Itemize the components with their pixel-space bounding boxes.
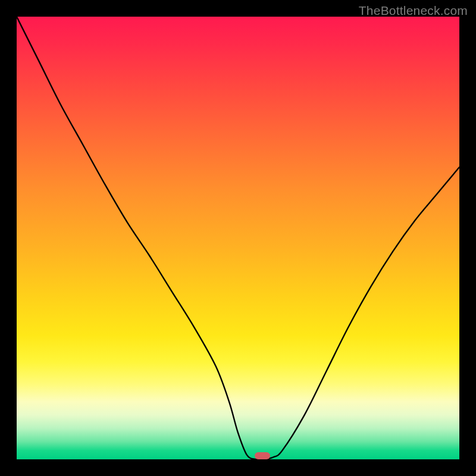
plot-area [17, 17, 459, 459]
optimum-marker [255, 452, 270, 459]
bottleneck-curve-path [17, 17, 459, 459]
chart-frame: TheBottleneck.com [0, 0, 476, 476]
watermark-text: TheBottleneck.com [359, 4, 468, 18]
curve-svg [17, 17, 459, 459]
